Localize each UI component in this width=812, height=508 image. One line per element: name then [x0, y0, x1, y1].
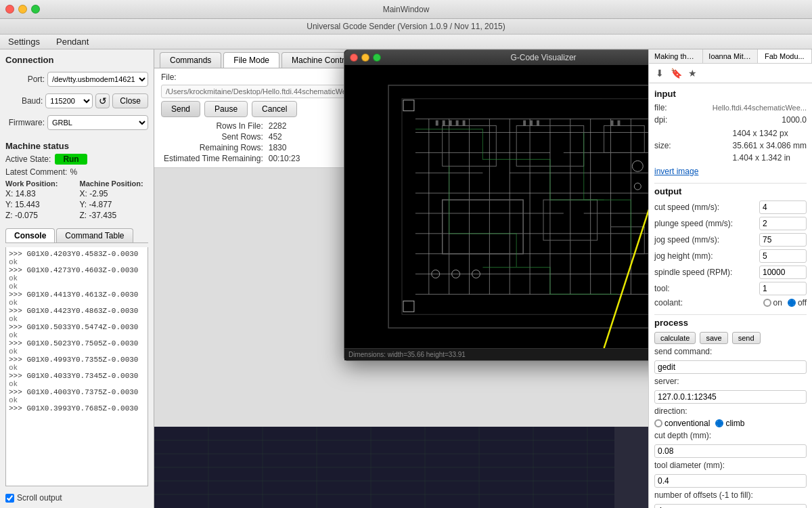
tool-input[interactable] [759, 282, 807, 295]
conventional-radio[interactable] [654, 419, 662, 427]
offsets-row: number of offsets (-1 to fill): [654, 490, 807, 500]
port-select[interactable]: /dev/tty.usbmodem14621 [47, 72, 148, 87]
svg-rect-35 [443, 121, 445, 126]
latest-comment-label: Latest Comment: [5, 167, 67, 177]
coolant-radio-group: on off [763, 298, 807, 308]
refresh-button[interactable]: ↺ [95, 93, 110, 108]
plunge-speed-row: plunge speed (mm/s): [654, 217, 807, 230]
server-input[interactable] [654, 390, 807, 404]
browser-tab-2[interactable]: Ioanna Mitropo... [703, 49, 757, 63]
gcode-visualization [344, 65, 648, 348]
browser-tab-3[interactable]: Fab Modu... [758, 49, 812, 63]
machine-z: Z: -37.435 [80, 211, 149, 220]
bookmark-icon[interactable]: 🔖 [669, 66, 683, 80]
estimated-time-value: 00:10:23 [269, 154, 300, 163]
calculate-button[interactable]: calculate [654, 332, 696, 344]
baud-row: Baud: 115200 ↺ Close [5, 93, 148, 108]
size-row: size: 1404 x 1342 px 35.661 x 34.086 mm … [654, 127, 807, 164]
direction-label: direction: [654, 406, 807, 416]
jog-speed-label: jog speed (mm/s): [654, 235, 755, 245]
offsets-input[interactable] [654, 504, 807, 508]
process-section: process calculate save send send command… [654, 318, 807, 508]
estimated-time-label: Estimated Time Remaining: [164, 154, 263, 163]
jog-speed-row: jog speed (mm/s): [654, 233, 807, 247]
file-info-row: file: Hello.ftdi.44schematicWee... [654, 103, 807, 112]
jog-speed-input[interactable] [759, 233, 807, 247]
save-fab-button[interactable]: save [700, 332, 727, 344]
svg-rect-40 [530, 121, 533, 126]
active-state-label: Active State: [5, 154, 51, 164]
send-button[interactable]: Send [161, 101, 200, 117]
port-label: Port: [5, 75, 45, 84]
latest-comment-row: Latest Comment: % [5, 167, 148, 177]
visualizer-titlebar: G-Code Visualizer [344, 50, 648, 65]
pause-button[interactable]: Pause [204, 101, 248, 117]
visualizer-minimize[interactable] [361, 54, 369, 62]
size-px: 1404 x 1342 px [733, 127, 807, 140]
cut-depth-input[interactable] [654, 444, 807, 458]
minimize-button[interactable] [18, 5, 27, 14]
visualizer-title: G-Code Visualizer [510, 53, 576, 62]
browser-tab-1[interactable]: Making the Fab... [649, 49, 703, 63]
tool-row: tool: [654, 282, 807, 295]
jog-height-row: jog height (mm): [654, 249, 807, 263]
connection-title: Connection [5, 55, 148, 65]
cancel-button[interactable]: Cancel [252, 101, 297, 117]
coolant-off-option[interactable]: off [788, 298, 807, 308]
svg-rect-39 [523, 121, 526, 126]
invert-row: invert image [654, 167, 807, 176]
conventional-label: conventional [664, 419, 710, 428]
active-state-value: Run [55, 154, 87, 165]
svg-rect-34 [436, 121, 438, 126]
close-connection-button[interactable]: Close [112, 93, 148, 108]
cut-depth-row: cut depth (mm): [654, 431, 807, 440]
coolant-on-option[interactable]: on [763, 298, 782, 308]
work-x: X: 14.83 [5, 189, 74, 198]
jog-height-input[interactable] [759, 249, 807, 263]
visualizer-canvas[interactable] [344, 65, 648, 348]
climb-radio[interactable] [715, 419, 723, 427]
menu-pendant[interactable]: Pendant [53, 35, 91, 48]
machine-x: X: -2.95 [80, 189, 149, 198]
coolant-on-radio[interactable] [763, 299, 771, 307]
work-pos-header: Work Position: [5, 179, 74, 188]
tab-console[interactable]: Console [5, 228, 55, 242]
tool-diameter-input[interactable] [654, 474, 807, 488]
process-buttons-row: calculate save send [654, 332, 807, 344]
plunge-speed-input[interactable] [759, 217, 807, 230]
work-z: Z: -0.075 [5, 211, 74, 220]
tool-diameter-row: tool diameter (mm): [654, 461, 807, 470]
menu-settings[interactable]: Settings [5, 35, 43, 48]
firmware-select[interactable]: GRBL [47, 115, 148, 130]
tab-file-mode[interactable]: File Mode [223, 52, 279, 68]
baud-select[interactable]: 115200 [45, 93, 93, 108]
size-value: 1404 x 1342 px 35.661 x 34.086 mm 1.404 … [733, 127, 807, 164]
visualizer-close[interactable] [350, 54, 358, 62]
conventional-option[interactable]: conventional [654, 419, 710, 428]
tab-command-table[interactable]: Command Table [56, 228, 133, 242]
send-command-input[interactable] [654, 360, 807, 374]
work-y: Y: 15.443 [5, 200, 74, 209]
svg-rect-36 [449, 121, 452, 126]
coolant-off-radio[interactable] [788, 299, 796, 307]
svg-rect-42 [611, 121, 614, 126]
visualizer-maximize[interactable] [373, 54, 381, 62]
spindle-speed-input[interactable] [759, 266, 807, 279]
maximize-button[interactable] [31, 5, 40, 14]
spindle-speed-row: spindle speed (RPM): [654, 266, 807, 279]
send-fab-button[interactable]: send [732, 332, 761, 344]
cut-speed-row: cut speed (mm/s): [654, 200, 807, 214]
tab-commands[interactable]: Commands [160, 52, 221, 68]
cut-depth-label: cut depth (mm): [654, 431, 807, 440]
window-controls[interactable] [5, 5, 40, 14]
download-icon[interactable]: ⬇ [653, 66, 667, 80]
invert-link[interactable]: invert image [654, 167, 698, 176]
close-button[interactable] [5, 5, 14, 14]
visualizer-footer: Dimensions: width=35.66 height=33.91 FPS… [344, 348, 648, 360]
climb-option[interactable]: climb [715, 419, 744, 428]
star-icon[interactable]: ★ [685, 66, 699, 80]
tool-label: tool: [654, 284, 755, 293]
size-label: size: [654, 141, 729, 150]
cut-speed-input[interactable] [759, 200, 807, 214]
scroll-checkbox[interactable] [5, 494, 14, 503]
